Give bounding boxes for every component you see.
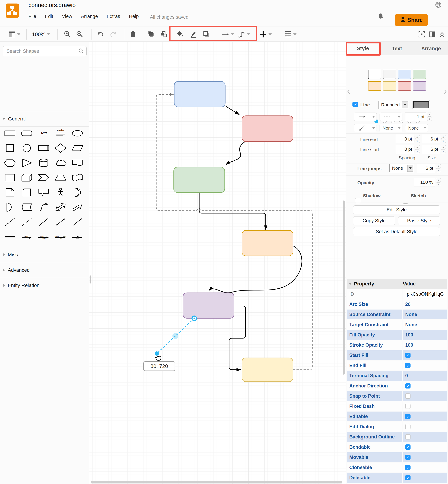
toolbar-fill-color-button[interactable] xyxy=(176,29,184,39)
diagram-canvas[interactable]: 80, 720 xyxy=(89,42,346,484)
menu-item-arrange[interactable]: Arrange xyxy=(81,14,98,19)
toolbar-waypoints-button[interactable] xyxy=(237,29,251,39)
property-row-source-constraint[interactable]: Source ConstraintNone xyxy=(347,310,447,319)
toolbar-shadow-button[interactable] xyxy=(202,29,210,39)
shape-connection-with-label[interactable]: SourceLabel xyxy=(35,229,52,244)
shape-arrow[interactable] xyxy=(69,200,86,215)
shape-arrow-with-label[interactable]: Label xyxy=(18,229,35,244)
node-red[interactable] xyxy=(242,116,293,141)
edge-green-orange[interactable] xyxy=(199,193,266,230)
shape-rectangle[interactable] xyxy=(1,126,18,141)
line-jump-style-dropdown[interactable]: None xyxy=(405,124,428,132)
shape-actor[interactable] xyxy=(52,185,69,200)
share-button[interactable]: Share xyxy=(395,14,428,26)
property-row-end-fill[interactable]: End Fill xyxy=(347,360,447,370)
menu-item-file[interactable]: File xyxy=(29,14,36,19)
node-green[interactable] xyxy=(174,167,225,193)
shape-trapezoid[interactable] xyxy=(52,170,69,185)
property-row-movable[interactable]: Movable xyxy=(347,452,447,462)
property-checkbox[interactable] xyxy=(405,424,410,429)
sidebar-section-advanced[interactable]: Advanced xyxy=(0,262,89,278)
property-row-cloneable[interactable]: Cloneable xyxy=(347,462,447,472)
line-checkbox[interactable] xyxy=(352,102,358,107)
style-swatch-7[interactable] xyxy=(398,81,411,91)
property-row-deletable[interactable]: Deletable xyxy=(347,473,447,483)
shape-bidirectional-connector[interactable] xyxy=(52,215,69,229)
paste-style-button[interactable]: Paste Style xyxy=(398,216,440,225)
shape-cube[interactable] xyxy=(18,170,35,185)
shape-text[interactable]: Text xyxy=(35,126,52,141)
shape-rounded-rectangle[interactable] xyxy=(18,126,35,141)
line-start-size-stepper[interactable]: 6 pt ▲▼ xyxy=(422,145,446,153)
tab-arrange[interactable]: Arrange xyxy=(414,42,448,55)
property-row-bendable[interactable]: Bendable xyxy=(347,442,447,452)
toolbar-format-panel-button[interactable] xyxy=(428,29,436,39)
toolbar-collapse-button[interactable] xyxy=(438,29,446,39)
opacity-stepper[interactable]: 100 % ▲▼ xyxy=(414,178,441,187)
sidebar-section-general[interactable]: General xyxy=(0,111,89,127)
toolbar-to-front-button[interactable] xyxy=(147,29,156,39)
shape-directional-connector[interactable] xyxy=(69,215,86,229)
line-width-stepper[interactable]: 1 pt ▲▼ xyxy=(405,113,432,121)
connector-type-dropdown[interactable] xyxy=(354,124,377,132)
shape-triangle[interactable] xyxy=(18,156,35,170)
property-checkbox[interactable] xyxy=(405,363,410,368)
toolbar-line-color-button[interactable] xyxy=(189,29,198,39)
arrow-end-style-dropdown[interactable] xyxy=(354,113,377,121)
node-orange[interactable] xyxy=(242,230,293,256)
toolbar-view-layout-button[interactable] xyxy=(7,29,22,39)
line-jumps-select[interactable]: None xyxy=(389,164,414,172)
line-jumps-size-stepper[interactable]: 6 pt ▲▼ xyxy=(417,164,441,172)
line-start-spacing-stepper[interactable]: 0 pt ▲▼ xyxy=(396,145,420,153)
shape-card[interactable] xyxy=(18,185,35,200)
property-row-editable[interactable]: Editable xyxy=(347,412,447,422)
property-table-header[interactable]: Property Value xyxy=(347,279,447,289)
edge-red-green[interactable] xyxy=(226,142,245,165)
shape-step[interactable] xyxy=(35,170,52,185)
shape-bidirectional-arrow[interactable] xyxy=(52,200,69,215)
shape-callout[interactable] xyxy=(35,185,52,200)
property-checkbox[interactable] xyxy=(405,475,410,480)
sidebar-section-entity-relation[interactable]: Entity Relation xyxy=(0,278,89,293)
search-input[interactable] xyxy=(3,46,87,56)
property-checkbox[interactable] xyxy=(405,383,410,389)
shape-circle[interactable] xyxy=(18,141,35,156)
toolbar-insert-button[interactable] xyxy=(259,29,272,39)
tab-style[interactable]: Style xyxy=(346,42,380,55)
toolbar-fullscreen-button[interactable] xyxy=(417,29,426,39)
shape-and[interactable] xyxy=(1,200,18,215)
shape-internal-storage[interactable] xyxy=(1,170,18,185)
shape-data-storage[interactable] xyxy=(18,200,35,215)
menu-item-help[interactable]: Help xyxy=(129,14,139,19)
property-row-stroke-opacity[interactable]: Stroke Opacity100 xyxy=(347,340,447,350)
property-checkbox[interactable] xyxy=(405,393,410,399)
edit-style-button[interactable]: Edit Style xyxy=(353,205,440,214)
style-swatch-2[interactable] xyxy=(383,70,396,79)
shape-process[interactable] xyxy=(35,141,52,156)
sidebar-section-misc[interactable]: Misc xyxy=(0,247,89,262)
property-row-fixed-dash[interactable]: Fixed Dash xyxy=(347,401,447,411)
shape-square[interactable] xyxy=(1,141,18,156)
property-checkbox[interactable] xyxy=(405,414,410,419)
shape-connection-source-target[interactable]: SourceLabelTarget xyxy=(52,229,69,244)
property-row-arc-size[interactable]: Arc Size20 xyxy=(347,299,447,309)
node-blue[interactable] xyxy=(174,81,225,107)
line-end-size-stepper[interactable]: 6 pt ▲▼ xyxy=(422,135,446,143)
node-purple[interactable] xyxy=(183,293,234,318)
style-swatch-6[interactable] xyxy=(383,81,396,91)
property-checkbox[interactable] xyxy=(405,434,410,439)
shape-dashed-line[interactable] xyxy=(1,215,18,229)
set-default-style-button[interactable]: Set as Default Style xyxy=(353,227,440,236)
property-checkbox[interactable] xyxy=(405,404,410,409)
swatch-prev-icon[interactable]: ‹ xyxy=(347,86,350,96)
shape-curve[interactable] xyxy=(35,200,52,215)
shape-note[interactable] xyxy=(1,185,18,200)
canvas-vertical-scrollbar[interactable] xyxy=(343,201,345,375)
toolbar-connection-button[interactable] xyxy=(221,29,235,39)
shape-dotted-line[interactable] xyxy=(18,215,35,229)
toolbar-zoom-level-button[interactable]: 100% xyxy=(30,29,52,39)
copy-style-button[interactable]: Copy Style xyxy=(353,216,395,225)
property-row-background-outline[interactable]: Background Outline xyxy=(347,432,447,442)
shape-document[interactable] xyxy=(69,156,86,170)
shape-ellipse[interactable] xyxy=(69,126,86,141)
